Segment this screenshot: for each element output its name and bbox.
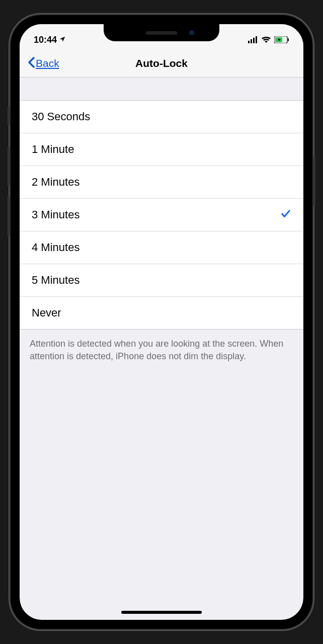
options-list: 30 Seconds 1 Minute 2 Minutes 3 Minutes … (20, 101, 303, 330)
page-title: Auto-Lock (135, 57, 188, 69)
option-label: 1 Minute (32, 143, 74, 156)
svg-rect-2 (253, 38, 255, 43)
checkmark-icon (280, 207, 291, 223)
home-indicator[interactable] (121, 611, 202, 614)
option-never[interactable]: Never (20, 297, 303, 330)
option-2-minutes[interactable]: 2 Minutes (20, 166, 303, 199)
svg-rect-3 (256, 36, 257, 43)
cellular-signal-icon (248, 36, 258, 43)
option-30-seconds[interactable]: 30 Seconds (20, 101, 303, 133)
status-time: 10:44 (34, 35, 57, 45)
option-1-minute[interactable]: 1 Minute (20, 133, 303, 166)
back-label: Back (36, 57, 59, 69)
svg-rect-5 (288, 38, 289, 41)
wifi-icon (261, 36, 271, 43)
chevron-left-icon (28, 55, 35, 71)
svg-rect-0 (248, 41, 250, 43)
back-button[interactable]: Back (28, 55, 59, 71)
screen: 10:44 Ba (20, 24, 303, 620)
device-frame: 10:44 Ba (11, 15, 312, 629)
option-label: 2 Minutes (32, 176, 79, 189)
notch (104, 24, 219, 41)
svg-rect-1 (251, 39, 252, 43)
option-label: 30 Seconds (32, 110, 90, 123)
option-3-minutes[interactable]: 3 Minutes (20, 199, 303, 231)
footer-description: Attention is detected when you are looki… (20, 330, 303, 371)
nav-bar: Back Auto-Lock (20, 49, 303, 77)
option-5-minutes[interactable]: 5 Minutes (20, 264, 303, 297)
battery-icon (274, 36, 289, 43)
option-label: 3 Minutes (32, 208, 79, 221)
option-label: 4 Minutes (32, 241, 79, 254)
option-label: Never (32, 306, 61, 319)
option-4-minutes[interactable]: 4 Minutes (20, 231, 303, 264)
section-spacer (20, 77, 303, 101)
location-icon (59, 36, 66, 44)
option-label: 5 Minutes (32, 274, 79, 287)
